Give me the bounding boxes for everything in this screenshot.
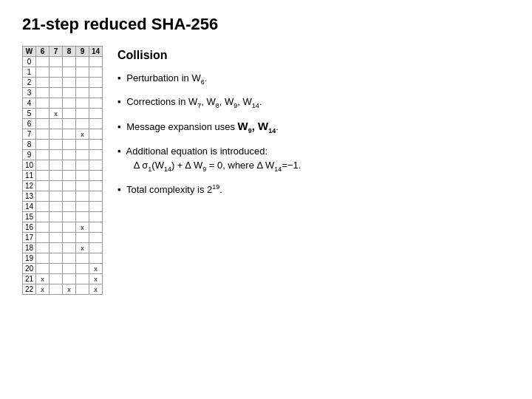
col-header-7: 7 (50, 47, 63, 57)
table-cell (63, 171, 76, 181)
table-cell (63, 212, 76, 222)
table-cell (89, 129, 103, 140)
bullet-text-1: Perturbation in W6. (126, 72, 207, 83)
table-cell (76, 67, 89, 78)
table-cell (50, 284, 63, 295)
table-cell (76, 253, 89, 264)
table-cell (89, 140, 103, 150)
table-cell (76, 171, 89, 181)
table-cell: x (36, 274, 50, 284)
table-row: 0 (23, 57, 103, 67)
table-cell (89, 119, 103, 129)
bullet-marker-2: ▪ (117, 96, 121, 107)
table-cell: x (89, 264, 103, 274)
table-cell (50, 57, 63, 67)
table-cell (63, 181, 76, 191)
bullet-perturbation: ▪ Perturbation in W6. (117, 71, 510, 87)
bullet-additional-equation: ▪ Additional equation is introduced: Δ σ… (117, 144, 510, 175)
table-cell (89, 202, 103, 212)
table-cell (36, 140, 50, 150)
row-label: 2 (23, 78, 36, 88)
table-cell (36, 212, 50, 222)
table-row: 14 (23, 202, 103, 212)
table-cell (76, 284, 89, 295)
table-cell (89, 171, 103, 181)
row-label: 17 (23, 233, 36, 243)
table-cell (76, 274, 89, 284)
table-cell (50, 98, 63, 109)
table-cell (89, 88, 103, 98)
bullet-marker-1: ▪ (117, 72, 121, 83)
table-row: 5x (23, 109, 103, 119)
table-cell (36, 109, 50, 119)
table-cell (50, 78, 63, 88)
table-row: 9 (23, 150, 103, 160)
table-cell (89, 57, 103, 67)
table-cell (50, 243, 63, 253)
table-cell: x (89, 284, 103, 295)
table-cell: x (36, 284, 50, 295)
table-row: 17 (23, 233, 103, 243)
table-row: 3 (23, 88, 103, 98)
table-row: 11 (23, 171, 103, 181)
table-cell (50, 160, 63, 171)
table-row: 19 (23, 253, 103, 264)
table-cell (76, 57, 89, 67)
table-row: 12 (23, 181, 103, 191)
table-cell: x (76, 222, 89, 233)
table-cell (89, 181, 103, 191)
col-header-8: 8 (63, 47, 76, 57)
bullet-text-5: Total complexity is 219. (126, 184, 222, 195)
col-header-w: W (23, 47, 36, 57)
table-cell (89, 150, 103, 160)
table-cell (76, 119, 89, 129)
table-cell (36, 57, 50, 67)
table-cell (63, 274, 76, 284)
content-area: W 6 7 8 9 14 012345x67x8910111213141516x… (22, 46, 510, 295)
table-cell (76, 88, 89, 98)
table-row: 22xxx (23, 284, 103, 295)
table-cell: x (76, 243, 89, 253)
col-header-9: 9 (76, 47, 89, 57)
table-cell (89, 191, 103, 202)
row-label: 15 (23, 212, 36, 222)
row-label: 12 (23, 181, 36, 191)
table-cell (50, 88, 63, 98)
table-cell (36, 98, 50, 109)
row-label: 13 (23, 191, 36, 202)
page: 21-step reduced SHA-256 W 6 7 8 9 14 012… (0, 0, 532, 310)
table-cell (76, 150, 89, 160)
table-cell (63, 119, 76, 129)
table-cell (63, 78, 76, 88)
table-row: 1 (23, 67, 103, 78)
table-cell (50, 191, 63, 202)
bullet-complexity: ▪ Total complexity is 219. (117, 182, 510, 197)
sha-table: W 6 7 8 9 14 012345x67x8910111213141516x… (22, 46, 103, 295)
table-row: 21xx (23, 274, 103, 284)
table-cell: x (76, 129, 89, 140)
table-cell (63, 140, 76, 150)
row-label: 19 (23, 253, 36, 264)
row-label: 3 (23, 88, 36, 98)
table-row: 13 (23, 191, 103, 202)
table-cell (63, 222, 76, 233)
table-cell (50, 233, 63, 243)
table-cell (63, 67, 76, 78)
table-cell (63, 253, 76, 264)
table-cell (76, 140, 89, 150)
table-cell: x (63, 284, 76, 295)
table-cell (63, 191, 76, 202)
table-cell (63, 243, 76, 253)
bullet-text-2: Corrections in W7, W8, W9, W14. (126, 96, 262, 107)
table-cell (76, 212, 89, 222)
bullet-message-expansion: ▪ Message expansion uses W9, W14. (117, 118, 510, 137)
table-cell (50, 212, 63, 222)
row-label: 4 (23, 98, 36, 109)
table-cell (50, 274, 63, 284)
table-row: 2 (23, 78, 103, 88)
table-cell (76, 191, 89, 202)
table-cell (63, 264, 76, 274)
table-cell (50, 171, 63, 181)
table-row: 6 (23, 119, 103, 129)
col-header-14: 14 (89, 47, 103, 57)
